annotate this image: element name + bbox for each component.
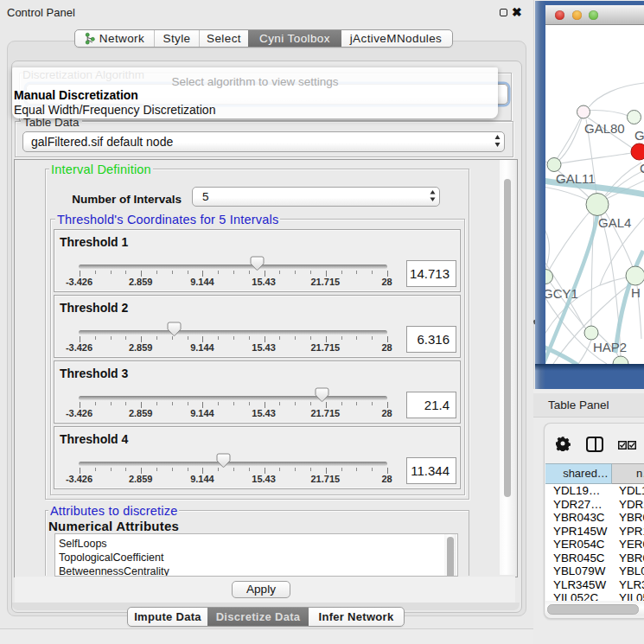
svg-text:C: C [640,161,644,175]
svg-text:GAL11: GAL11 [556,171,596,186]
svg-text:HAP2: HAP2 [593,340,627,354]
svg-text:GAL80: GAL80 [584,121,625,136]
svg-text:GCY1: GCY1 [545,286,578,301]
svg-text:H: H [631,285,641,300]
svg-text:G.: G. [634,128,644,143]
svg-text:GAL4: GAL4 [598,215,631,230]
